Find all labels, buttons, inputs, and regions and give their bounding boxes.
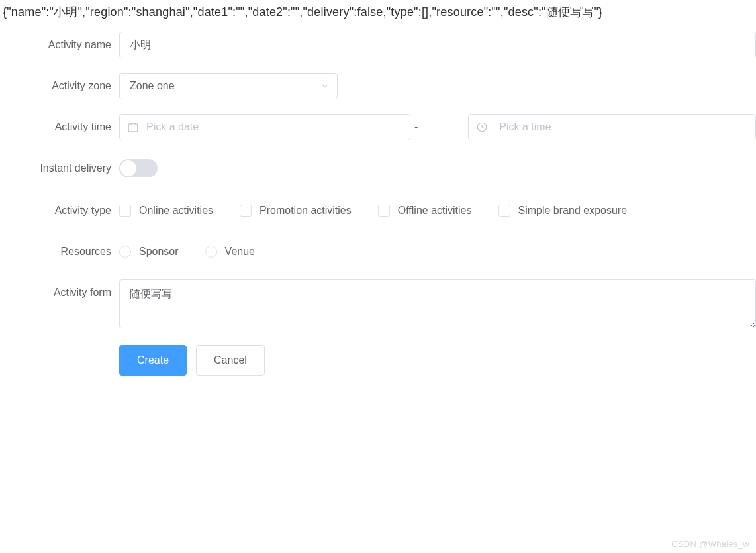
checkbox-label: Simple brand exposure (518, 205, 628, 217)
activity-zone-value[interactable] (119, 73, 338, 99)
radio-sponsor[interactable]: Sponsor (119, 246, 179, 258)
checkbox-box-icon (119, 205, 131, 217)
form-item-resources: Resources Sponsor Venue (0, 238, 756, 265)
checkbox-label: Offline activities (398, 205, 472, 217)
checkbox-simple[interactable]: Simple brand exposure (498, 205, 628, 217)
form-item-delivery: Instant delivery (0, 155, 756, 181)
date-picker[interactable] (119, 114, 410, 140)
checkbox-label: Online activities (139, 205, 213, 217)
label-instant-delivery: Instant delivery (0, 155, 119, 181)
activity-name-input-wrap (119, 32, 756, 58)
time-picker[interactable] (468, 114, 756, 140)
checkbox-box-icon (378, 205, 390, 217)
label-resources: Resources (0, 238, 119, 265)
radio-label: Venue (225, 246, 255, 258)
activity-form-textarea[interactable] (119, 279, 756, 328)
radio-venue[interactable]: Venue (205, 246, 255, 258)
activity-form: Activity name Activity zone Activity tim… (0, 32, 756, 376)
create-button[interactable]: Create (119, 345, 187, 376)
activity-type-group: Online activities Promotion activities O… (119, 197, 627, 224)
activity-name-input[interactable] (119, 32, 756, 58)
checkbox-online[interactable]: Online activities (119, 205, 213, 217)
radio-label: Sponsor (139, 246, 179, 258)
instant-delivery-switch[interactable] (119, 159, 158, 177)
watermark: CSDN @Whales_w (671, 539, 749, 549)
label-spacer (0, 345, 119, 376)
time-separator: - (414, 121, 418, 133)
resources-group: Sponsor Venue (119, 238, 255, 265)
form-item-buttons: Create Cancel (0, 345, 756, 376)
time-input[interactable] (468, 114, 756, 140)
activity-form-textarea-wrap (119, 279, 756, 330)
label-activity-time: Activity time (0, 114, 119, 140)
form-item-time: Activity time - (0, 114, 756, 140)
label-activity-zone: Activity zone (0, 73, 119, 99)
form-item-desc: Activity form (0, 279, 756, 330)
cancel-button[interactable]: Cancel (196, 345, 265, 376)
date-input[interactable] (119, 114, 410, 140)
form-item-zone: Activity zone (0, 73, 756, 99)
checkbox-box-icon (240, 205, 252, 217)
checkbox-promotion[interactable]: Promotion activities (240, 205, 352, 217)
radio-circle-icon (205, 246, 217, 258)
form-item-name: Activity name (0, 32, 756, 58)
checkbox-label: Promotion activities (260, 205, 352, 217)
checkbox-offline[interactable]: Offline activities (378, 205, 472, 217)
checkbox-box-icon (498, 205, 510, 217)
radio-circle-icon (119, 246, 131, 258)
form-item-type: Activity type Online activities Promotio… (0, 197, 756, 224)
label-activity-form: Activity form (0, 279, 119, 330)
label-activity-type: Activity type (0, 197, 119, 224)
form-state-json: {"name":"小明","region":"shanghai","date1"… (0, 0, 756, 21)
activity-zone-select[interactable] (119, 73, 338, 99)
label-activity-name: Activity name (0, 32, 119, 58)
